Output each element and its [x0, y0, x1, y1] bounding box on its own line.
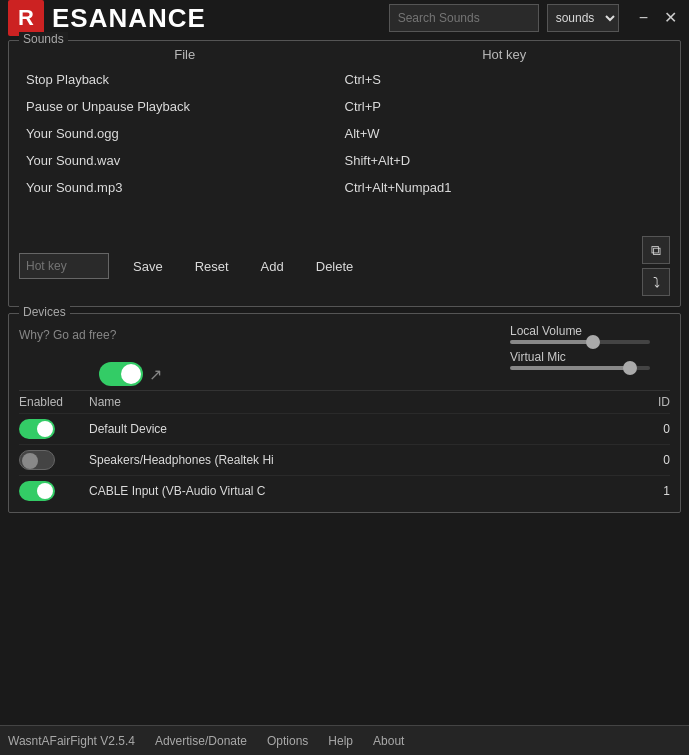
sound-hotkey: Ctrl+P — [345, 99, 664, 114]
sound-row[interactable]: Pause or Unpause Playback Ctrl+P — [9, 93, 680, 120]
local-volume-slider[interactable] — [510, 340, 650, 344]
search-dropdown[interactable]: sounds hotkeys — [547, 4, 619, 32]
toggle-track — [99, 362, 143, 386]
toggle-area: ↗ — [99, 362, 502, 386]
small-toggle-thumb — [37, 421, 53, 437]
devices-mid: Why? Go ad free? ↗ Local Volume Virtual … — [19, 324, 670, 386]
status-about[interactable]: About — [363, 734, 414, 748]
status-options[interactable]: Options — [257, 734, 318, 748]
sound-hotkey: Ctrl+S — [345, 72, 664, 87]
device-id: 1 — [610, 484, 670, 498]
device-row: Speakers/Headphones (Realtek Hi 0 — [19, 444, 670, 475]
device-table-header: Enabled Name ID — [19, 390, 670, 413]
device-id: 0 — [610, 422, 670, 436]
sound-hotkey: Shift+Alt+D — [345, 153, 664, 168]
hotkey-column-header: Hot key — [345, 47, 665, 62]
title-bar: R ESANANCE sounds hotkeys − ✕ — [0, 0, 689, 36]
sounds-section: Sounds File Hot key Stop Playback Ctrl+S… — [8, 40, 681, 307]
sounds-controls: Save Reset Add Delete ⧉ ⤵ — [9, 230, 680, 302]
device-id: 0 — [610, 453, 670, 467]
device-row: Default Device 0 — [19, 413, 670, 444]
logo-icon: R — [8, 0, 44, 36]
devices-section-label: Devices — [19, 305, 70, 319]
sound-hotkey: Ctrl+Alt+Numpad1 — [345, 180, 664, 195]
status-advertise[interactable]: Advertise/Donate — [145, 734, 257, 748]
link-icon[interactable]: ↗ — [149, 365, 162, 384]
devices-left: Why? Go ad free? ↗ — [19, 324, 502, 386]
close-button[interactable]: ✕ — [660, 10, 681, 26]
device-name: Speakers/Headphones (Realtek Hi — [89, 453, 610, 467]
add-button[interactable]: Add — [253, 257, 292, 276]
icon-buttons: ⧉ ⤵ — [642, 236, 670, 296]
small-toggle-thumb — [22, 453, 38, 469]
status-version: WasntAFairFight V2.5.4 — [8, 734, 145, 748]
virtual-mic-slider[interactable] — [510, 366, 650, 370]
sound-hotkey: Alt+W — [345, 126, 664, 141]
small-toggle-track — [19, 419, 55, 439]
virtual-mic-slider-row — [510, 366, 670, 370]
ad-free-text[interactable]: Why? Go ad free? — [19, 324, 502, 342]
small-toggle-track — [19, 450, 55, 470]
title-bar-right: sounds hotkeys − ✕ — [389, 4, 681, 32]
device-rows: Default Device 0 Speakers/Headphones (Re… — [19, 413, 670, 506]
small-toggle-track — [19, 481, 55, 501]
save-button[interactable]: Save — [125, 257, 171, 276]
toggle-thumb — [121, 364, 141, 384]
name-col-header: Name — [89, 395, 610, 409]
status-bar: WasntAFairFight V2.5.4 Advertise/Donate … — [0, 725, 689, 755]
devices-right: Local Volume Virtual Mic — [510, 324, 670, 370]
copy-icon-button[interactable]: ⧉ — [642, 236, 670, 264]
sound-row[interactable]: Your Sound.mp3 Ctrl+Alt+Numpad1 — [9, 174, 680, 201]
device-enabled-toggle[interactable] — [19, 419, 89, 439]
sound-row[interactable]: Your Sound.wav Shift+Alt+D — [9, 147, 680, 174]
sound-file: Your Sound.mp3 — [26, 180, 345, 195]
reset-button[interactable]: Reset — [187, 257, 237, 276]
id-col-header: ID — [610, 395, 670, 409]
small-toggle[interactable] — [19, 450, 55, 470]
device-name: CABLE Input (VB-Audio Virtual C — [89, 484, 610, 498]
device-name: Default Device — [89, 422, 610, 436]
sound-file: Stop Playback — [26, 72, 345, 87]
devices-section: Devices Why? Go ad free? ↗ Local Volume … — [8, 313, 681, 513]
small-toggle[interactable] — [19, 419, 55, 439]
small-toggle-thumb — [37, 483, 53, 499]
main-toggle[interactable] — [99, 362, 143, 386]
device-row: CABLE Input (VB-Audio Virtual C 1 — [19, 475, 670, 506]
delete-button[interactable]: Delete — [308, 257, 362, 276]
app-title: ESANANCE — [52, 3, 206, 34]
local-volume-slider-row — [510, 340, 670, 344]
device-enabled-toggle[interactable] — [19, 481, 89, 501]
device-enabled-toggle[interactable] — [19, 450, 89, 470]
import-icon-button[interactable]: ⤵ — [642, 268, 670, 296]
title-controls: − ✕ — [635, 10, 681, 26]
sound-file: Your Sound.ogg — [26, 126, 345, 141]
title-bar-left: R ESANANCE — [8, 0, 206, 36]
status-help[interactable]: Help — [318, 734, 363, 748]
sound-file: Pause or Unpause Playback — [26, 99, 345, 114]
search-input[interactable] — [389, 4, 539, 32]
sounds-section-label: Sounds — [19, 32, 68, 46]
file-column-header: File — [25, 47, 345, 62]
sounds-header: File Hot key — [9, 47, 680, 62]
minimize-button[interactable]: − — [635, 10, 652, 26]
sound-row[interactable]: Your Sound.ogg Alt+W — [9, 120, 680, 147]
sounds-list: Stop Playback Ctrl+S Pause or Unpause Pl… — [9, 66, 680, 226]
sound-row[interactable]: Stop Playback Ctrl+S — [9, 66, 680, 93]
sound-file: Your Sound.wav — [26, 153, 345, 168]
small-toggle[interactable] — [19, 481, 55, 501]
hotkey-input[interactable] — [19, 253, 109, 279]
enabled-col-header: Enabled — [19, 395, 89, 409]
